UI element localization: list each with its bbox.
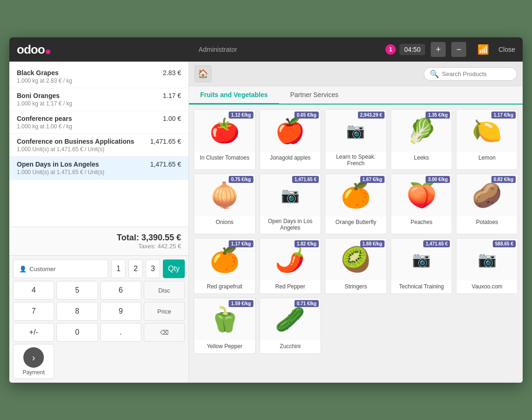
product-card[interactable]: 🥒 0.71 €/kg Zucchini [259, 298, 322, 354]
product-name: Red Pepper [260, 280, 321, 294]
order-item-detail: 1.000 Unit(s) at 1,471.65 € / Unit(s) [17, 146, 181, 153]
home-icon: 🏠 [198, 69, 208, 79]
search-box[interactable]: 🔍 [424, 67, 517, 81]
num-0[interactable]: 0 [56, 323, 98, 342]
product-name: Stringers [325, 280, 386, 294]
logo-dot [46, 49, 50, 54]
search-icon: 🔍 [430, 70, 439, 78]
total-amount: Total: 3,390.55 € [17, 233, 181, 243]
product-name: Learn to Speak: French [325, 152, 386, 169]
order-item-price: 1.17 € [163, 92, 181, 99]
num-1[interactable]: 1 [111, 259, 126, 278]
product-name: Yellow Pepper [194, 340, 255, 353]
subtract-session-button[interactable]: − [451, 42, 466, 57]
num-9[interactable]: 9 [100, 302, 141, 321]
customer-label: Customer [29, 266, 56, 273]
order-item-detail: 1.000 kg at 2.83 € / kg [17, 77, 181, 84]
header: odoo Administrator 1 04:50 + − 📶 Close [9, 37, 523, 62]
product-name: Technical Training [391, 280, 452, 294]
product-card[interactable]: 🥔 0.82 €/kg Potatoes [456, 174, 518, 234]
category-tab-1[interactable]: Partner Services [279, 86, 350, 105]
num-6[interactable]: 6 [100, 281, 141, 300]
product-name: Open Days in Los Angeles [260, 216, 321, 234]
product-name: Onions [194, 216, 255, 229]
close-button[interactable]: Close [498, 46, 515, 53]
backspace-button[interactable]: ⌫ [144, 323, 185, 342]
product-price-badge: 3.00 €/kg [426, 176, 450, 183]
customer-button[interactable]: 👤 Customer [13, 259, 108, 278]
order-item[interactable]: Conference pears 1.00 € 1.000 kg at 1.00… [9, 111, 189, 134]
disc-button[interactable]: Disc [144, 281, 185, 300]
order-item-detail: 1.000 kg at 1.17 € / kg [17, 100, 181, 107]
numpad: 👤 Customer 1 2 3 Qty › Payment 4 5 6 [9, 255, 189, 383]
app-window: odoo Administrator 1 04:50 + − 📶 Close B… [9, 37, 523, 383]
left-panel: Black Grapes 2.83 € 1.000 kg at 2.83 € /… [9, 62, 189, 383]
wifi-icon: 📶 [477, 44, 489, 55]
product-price-badge: 588.65 € [493, 240, 516, 247]
product-card[interactable]: 📷 588.65 € Vauxoo.com [456, 238, 518, 294]
num-2[interactable]: 2 [128, 259, 143, 278]
product-card[interactable]: 🍎 0.65 €/kg Jonagold apples [259, 109, 322, 170]
right-panel: 🏠 🔍 Fruits and VegetablesPartner Service… [189, 62, 523, 383]
product-price-badge: 1,471.65 € [292, 176, 319, 183]
product-price-badge: 0.71 €/kg [294, 300, 319, 307]
num-5[interactable]: 5 [56, 281, 98, 300]
num-plusminus[interactable]: +/- [13, 323, 54, 342]
num-dot[interactable]: . [100, 323, 141, 342]
product-card[interactable]: 📷 2,943.29 € Learn to Speak: French [325, 109, 387, 170]
product-card[interactable]: 🍑 3.00 €/kg Peaches [391, 174, 453, 234]
product-name: Lemon [456, 152, 518, 165]
search-input[interactable] [442, 70, 511, 77]
add-session-button[interactable]: + [431, 42, 446, 57]
product-card[interactable]: 🥝 1.88 €/kg Stringers [325, 238, 387, 294]
product-card[interactable]: 📷 1,471.65 € Technical Training [391, 238, 453, 294]
product-card[interactable]: 🍅 1.12 €/kg In Cluster Tomatoes [194, 109, 256, 170]
product-card[interactable]: 🌶️ 1.82 €/kg Red Pepper [259, 238, 322, 294]
product-card[interactable]: 🍊 1.67 €/kg Orange Butterfly [325, 174, 387, 234]
product-name: Potatoes [456, 216, 518, 229]
num-8[interactable]: 8 [56, 302, 98, 321]
num-7[interactable]: 7 [13, 302, 54, 321]
product-name: Zucchini [260, 340, 321, 353]
price-button[interactable]: Price [144, 302, 185, 321]
order-list: Black Grapes 2.83 € 1.000 kg at 2.83 € /… [9, 62, 189, 226]
order-item[interactable]: Conference on Business Applications 1,47… [9, 134, 189, 157]
order-item-price: 1.00 € [163, 115, 181, 122]
order-item-name: Black Grapes [17, 69, 59, 77]
product-price-badge: 1.17 €/kg [491, 112, 516, 119]
product-card[interactable]: 🧅 0.75 €/kg Onions [194, 174, 256, 234]
product-card[interactable]: 🍋 1.17 €/kg Lemon [456, 109, 518, 170]
order-item-name: Conference pears [17, 115, 72, 122]
payment-button[interactable]: › Payment [13, 344, 54, 379]
product-price-badge: 1.35 €/kg [426, 112, 450, 119]
numpad-top-row: 👤 Customer 1 2 3 Qty [13, 259, 185, 278]
right-header: 🏠 🔍 [189, 62, 523, 86]
product-name: Vauxoo.com [456, 280, 518, 294]
category-tab-0[interactable]: Fruits and Vegetables [189, 86, 279, 105]
order-item[interactable]: Black Grapes 2.83 € 1.000 kg at 2.83 € /… [9, 65, 189, 88]
product-price-badge: 0.75 €/kg [229, 176, 253, 183]
payment-label: Payment [22, 369, 44, 376]
session-badge: 1 [385, 44, 396, 55]
category-tabs: Fruits and VegetablesPartner Services [189, 86, 523, 105]
product-price-badge: 1.59 €/kg [229, 300, 253, 307]
product-card[interactable]: 🫑 1.59 €/kg Yellow Pepper [194, 298, 256, 354]
product-name: Peaches [391, 216, 452, 229]
order-item[interactable]: Boni Oranges 1.17 € 1.000 kg at 1.17 € /… [9, 88, 189, 111]
product-card[interactable]: 📷 1,471.65 € Open Days in Los Angeles [259, 174, 322, 234]
product-price-badge: 1.67 €/kg [360, 176, 385, 183]
product-price-badge: 1.82 €/kg [294, 240, 319, 247]
order-total: Total: 3,390.55 € Taxes: 442.25 € [9, 226, 189, 255]
num-3[interactable]: 3 [146, 259, 160, 278]
qty-button[interactable]: Qty [163, 259, 185, 278]
product-card[interactable]: 🥬 1.35 €/kg Leeks [391, 109, 453, 170]
order-item[interactable]: Open Days in Los Angeles 1,471.65 € 1.00… [9, 157, 189, 180]
taxes-amount: Taxes: 442.25 € [17, 243, 181, 250]
product-name: In Cluster Tomatoes [194, 152, 255, 165]
num-4[interactable]: 4 [13, 281, 54, 300]
customer-icon: 👤 [19, 266, 27, 273]
home-button[interactable]: 🏠 [195, 65, 211, 82]
order-item-price: 1,471.65 € [150, 138, 181, 145]
product-price-badge: 0.65 €/kg [294, 112, 319, 119]
product-card[interactable]: 🍊 1.17 €/kg Red grapefruit [194, 238, 256, 294]
